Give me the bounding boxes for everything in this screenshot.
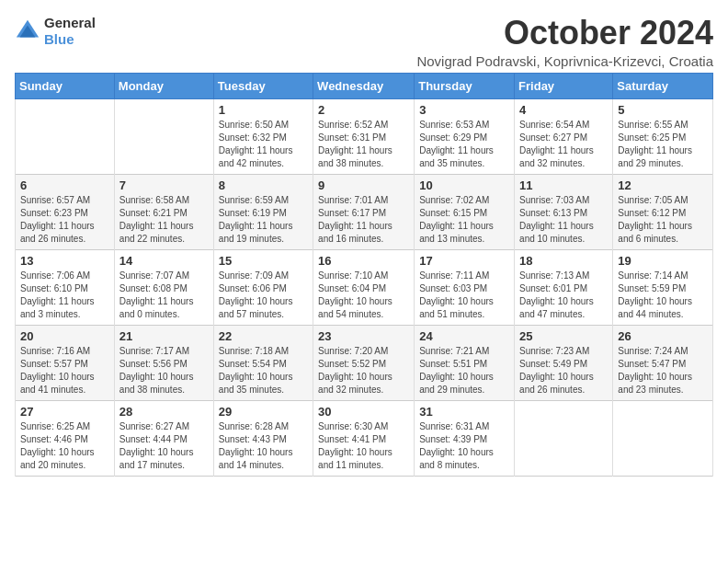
day-number: 17 — [419, 254, 509, 268]
day-info: Sunrise: 7:23 AM Sunset: 5:49 PM Dayligh… — [519, 345, 608, 396]
day-number: 22 — [219, 329, 308, 343]
day-number: 4 — [519, 103, 608, 117]
day-number: 14 — [119, 254, 209, 268]
day-number: 9 — [318, 178, 409, 192]
day-number: 10 — [419, 178, 509, 192]
calendar-cell: 18Sunrise: 7:13 AM Sunset: 6:01 PM Dayli… — [515, 249, 613, 325]
day-number: 27 — [20, 405, 109, 419]
weekday-header-tuesday: Tuesday — [213, 73, 313, 98]
day-info: Sunrise: 7:13 AM Sunset: 6:01 PM Dayligh… — [519, 270, 608, 321]
day-info: Sunrise: 6:54 AM Sunset: 6:27 PM Dayligh… — [519, 119, 608, 170]
calendar-cell: 30Sunrise: 6:30 AM Sunset: 4:41 PM Dayli… — [313, 400, 415, 476]
calendar-cell: 19Sunrise: 7:14 AM Sunset: 5:59 PM Dayli… — [613, 249, 713, 325]
calendar-cell: 22Sunrise: 7:18 AM Sunset: 5:54 PM Dayli… — [213, 325, 313, 400]
calendar-cell: 20Sunrise: 7:16 AM Sunset: 5:57 PM Dayli… — [16, 325, 115, 400]
day-info: Sunrise: 6:25 AM Sunset: 4:46 PM Dayligh… — [20, 420, 109, 472]
calendar-week-5: 27Sunrise: 6:25 AM Sunset: 4:46 PM Dayli… — [16, 400, 713, 476]
day-info: Sunrise: 6:58 AM Sunset: 6:21 PM Dayligh… — [119, 194, 209, 246]
calendar-header: SundayMondayTuesdayWednesdayThursdayFrid… — [16, 73, 713, 98]
day-number: 30 — [318, 405, 409, 419]
day-number: 23 — [318, 329, 409, 343]
calendar-cell: 16Sunrise: 7:10 AM Sunset: 6:04 PM Dayli… — [313, 249, 415, 325]
day-info: Sunrise: 6:57 AM Sunset: 6:23 PM Dayligh… — [20, 194, 109, 246]
day-info: Sunrise: 7:03 AM Sunset: 6:13 PM Dayligh… — [519, 194, 608, 246]
calendar-cell: 10Sunrise: 7:02 AM Sunset: 6:15 PM Dayli… — [415, 174, 515, 249]
logo-blue: Blue — [44, 31, 96, 48]
calendar-cell: 6Sunrise: 6:57 AM Sunset: 6:23 PM Daylig… — [16, 174, 115, 249]
day-number: 12 — [618, 178, 708, 192]
calendar-cell: 7Sunrise: 6:58 AM Sunset: 6:21 PM Daylig… — [114, 174, 213, 249]
day-number: 13 — [20, 254, 109, 268]
day-number: 29 — [219, 405, 308, 419]
calendar-cell: 27Sunrise: 6:25 AM Sunset: 4:46 PM Dayli… — [16, 400, 115, 476]
logo-general: General — [44, 15, 96, 31]
day-number: 7 — [119, 178, 209, 192]
day-info: Sunrise: 7:18 AM Sunset: 5:54 PM Dayligh… — [219, 345, 308, 396]
day-info: Sunrise: 7:09 AM Sunset: 6:06 PM Dayligh… — [219, 270, 308, 321]
calendar-body: 1Sunrise: 6:50 AM Sunset: 6:32 PM Daylig… — [16, 98, 713, 476]
calendar-cell — [515, 400, 613, 476]
calendar-cell: 28Sunrise: 6:27 AM Sunset: 4:44 PM Dayli… — [114, 400, 213, 476]
calendar-cell: 17Sunrise: 7:11 AM Sunset: 6:03 PM Dayli… — [415, 249, 515, 325]
page-header: General Blue October 2024 Novigrad Podra… — [15, 15, 713, 69]
day-info: Sunrise: 7:24 AM Sunset: 5:47 PM Dayligh… — [618, 345, 708, 396]
day-number: 26 — [618, 329, 708, 343]
calendar-cell: 9Sunrise: 7:01 AM Sunset: 6:17 PM Daylig… — [313, 174, 415, 249]
day-number: 5 — [618, 103, 708, 117]
day-number: 3 — [419, 103, 509, 117]
calendar-week-1: 1Sunrise: 6:50 AM Sunset: 6:32 PM Daylig… — [16, 98, 713, 174]
day-number: 20 — [20, 329, 109, 343]
day-info: Sunrise: 7:07 AM Sunset: 6:08 PM Dayligh… — [119, 270, 209, 321]
calendar-cell — [613, 400, 713, 476]
calendar-table: SundayMondayTuesdayWednesdayThursdayFrid… — [15, 73, 713, 477]
weekday-header-friday: Friday — [515, 73, 613, 98]
day-info: Sunrise: 6:59 AM Sunset: 6:19 PM Dayligh… — [219, 194, 308, 246]
day-info: Sunrise: 7:21 AM Sunset: 5:51 PM Dayligh… — [419, 345, 509, 396]
day-number: 18 — [519, 254, 608, 268]
calendar-cell — [16, 98, 115, 174]
location-title: Novigrad Podravski, Koprivnica-Krizevci,… — [416, 53, 713, 69]
day-info: Sunrise: 7:01 AM Sunset: 6:17 PM Dayligh… — [318, 194, 409, 246]
day-info: Sunrise: 6:30 AM Sunset: 4:41 PM Dayligh… — [318, 420, 409, 472]
day-info: Sunrise: 7:16 AM Sunset: 5:57 PM Dayligh… — [20, 345, 109, 396]
day-number: 15 — [219, 254, 308, 268]
logo-icon — [15, 18, 40, 44]
day-info: Sunrise: 6:50 AM Sunset: 6:32 PM Dayligh… — [219, 119, 308, 170]
day-number: 8 — [219, 178, 308, 192]
weekday-header-wednesday: Wednesday — [313, 73, 415, 98]
day-info: Sunrise: 7:06 AM Sunset: 6:10 PM Dayligh… — [20, 270, 109, 321]
calendar-cell: 21Sunrise: 7:17 AM Sunset: 5:56 PM Dayli… — [114, 325, 213, 400]
calendar-cell: 11Sunrise: 7:03 AM Sunset: 6:13 PM Dayli… — [515, 174, 613, 249]
calendar-week-3: 13Sunrise: 7:06 AM Sunset: 6:10 PM Dayli… — [16, 249, 713, 325]
calendar-cell: 31Sunrise: 6:31 AM Sunset: 4:39 PM Dayli… — [415, 400, 515, 476]
day-info: Sunrise: 7:20 AM Sunset: 5:52 PM Dayligh… — [318, 345, 409, 396]
day-number: 19 — [618, 254, 708, 268]
day-info: Sunrise: 6:53 AM Sunset: 6:29 PM Dayligh… — [419, 119, 509, 170]
day-number: 31 — [419, 405, 509, 419]
calendar-week-4: 20Sunrise: 7:16 AM Sunset: 5:57 PM Dayli… — [16, 325, 713, 400]
day-info: Sunrise: 7:05 AM Sunset: 6:12 PM Dayligh… — [618, 194, 708, 246]
month-title: October 2024 — [416, 15, 713, 52]
calendar-cell: 8Sunrise: 6:59 AM Sunset: 6:19 PM Daylig… — [213, 174, 313, 249]
weekday-header-thursday: Thursday — [415, 73, 515, 98]
calendar-cell: 29Sunrise: 6:28 AM Sunset: 4:43 PM Dayli… — [213, 400, 313, 476]
day-info: Sunrise: 7:14 AM Sunset: 5:59 PM Dayligh… — [618, 270, 708, 321]
day-number: 24 — [419, 329, 509, 343]
calendar-cell: 23Sunrise: 7:20 AM Sunset: 5:52 PM Dayli… — [313, 325, 415, 400]
title-section: October 2024 Novigrad Podravski, Koprivn… — [416, 15, 713, 69]
weekday-header-saturday: Saturday — [613, 73, 713, 98]
calendar-cell: 13Sunrise: 7:06 AM Sunset: 6:10 PM Dayli… — [16, 249, 115, 325]
day-info: Sunrise: 6:55 AM Sunset: 6:25 PM Dayligh… — [618, 119, 708, 170]
day-number: 21 — [119, 329, 209, 343]
weekday-header-monday: Monday — [114, 73, 213, 98]
day-info: Sunrise: 6:52 AM Sunset: 6:31 PM Dayligh… — [318, 119, 409, 170]
calendar-cell: 24Sunrise: 7:21 AM Sunset: 5:51 PM Dayli… — [415, 325, 515, 400]
calendar-cell: 26Sunrise: 7:24 AM Sunset: 5:47 PM Dayli… — [613, 325, 713, 400]
day-number: 25 — [519, 329, 608, 343]
day-info: Sunrise: 7:02 AM Sunset: 6:15 PM Dayligh… — [419, 194, 509, 246]
day-number: 28 — [119, 405, 209, 419]
day-info: Sunrise: 7:17 AM Sunset: 5:56 PM Dayligh… — [119, 345, 209, 396]
calendar-cell: 25Sunrise: 7:23 AM Sunset: 5:49 PM Dayli… — [515, 325, 613, 400]
calendar-week-2: 6Sunrise: 6:57 AM Sunset: 6:23 PM Daylig… — [16, 174, 713, 249]
calendar-cell: 3Sunrise: 6:53 AM Sunset: 6:29 PM Daylig… — [415, 98, 515, 174]
